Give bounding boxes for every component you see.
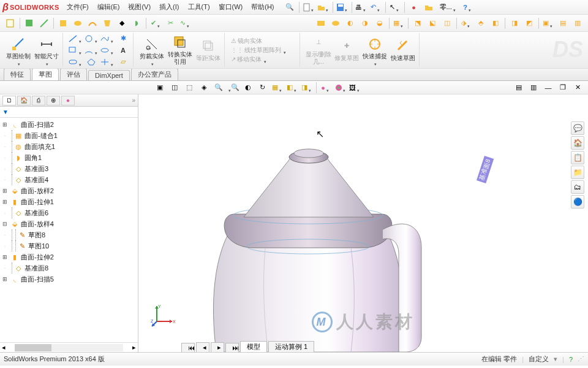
mirror-button[interactable]: ⚠镜向实体 — [230, 37, 297, 45]
win-restore[interactable]: ❐ — [556, 82, 570, 94]
spline-tool[interactable] — [100, 33, 115, 44]
view-zoomfit[interactable]: 🔍 — [227, 82, 240, 94]
arc-tool[interactable] — [84, 45, 99, 56]
tb-surf16[interactable]: ▤ — [556, 17, 570, 29]
tb-surf9[interactable]: ◫ — [440, 17, 454, 29]
status-custom[interactable]: 自定义 — [529, 355, 549, 364]
tb-surf2[interactable] — [329, 17, 342, 29]
menu-window[interactable]: 窗口(W) — [215, 1, 247, 13]
sketch-button[interactable]: 草图绘制 — [5, 34, 32, 67]
tree-item[interactable]: ·▦曲面-缝合1 — [0, 130, 138, 141]
plane-tool[interactable]: ▱ — [116, 56, 130, 67]
win-cascade[interactable]: ▥ — [527, 82, 540, 94]
view-appear2[interactable] — [334, 82, 347, 94]
tree-item[interactable]: ·◇基准面6 — [0, 207, 138, 218]
tb-surf6[interactable]: ▦ — [392, 17, 405, 29]
taskpane-btn-2[interactable]: 📋 — [571, 151, 584, 164]
view-zoom[interactable]: 🔍 — [212, 82, 225, 94]
tb-surf12[interactable]: ◧ — [489, 17, 502, 29]
view-hide[interactable]: ◨ — [300, 82, 314, 94]
tree-toggle[interactable]: · — [1, 265, 9, 271]
tb-cut2[interactable]: ✂ — [164, 17, 177, 29]
tree-hscroll[interactable]: ◂ ▸ — [0, 342, 138, 352]
view-normal[interactable]: ◈ — [197, 82, 211, 94]
tb-surf13[interactable]: ◨ — [508, 17, 521, 29]
menu-insert[interactable]: 插入(I) — [156, 1, 183, 13]
circle-tool[interactable] — [84, 33, 99, 44]
bt-first[interactable]: ⏮ — [181, 343, 195, 352]
repair-button[interactable]: ✚ 修复草图 — [333, 34, 360, 67]
rebuild-button[interactable]: ● — [407, 1, 421, 13]
trim-button[interactable]: 剪裁实体 — [138, 34, 165, 67]
taskpane-btn-5[interactable]: 🔵 — [571, 195, 584, 209]
tree-toggle[interactable]: · — [1, 177, 9, 183]
tb-sketch1[interactable] — [23, 17, 36, 29]
new-doc-button[interactable] — [302, 1, 315, 13]
smart-dim-button[interactable]: 智能尺寸 — [33, 34, 60, 67]
tree-toggle[interactable]: ⊞ — [1, 276, 9, 282]
tree-item[interactable]: ·◗圆角1 — [0, 152, 138, 163]
tree-toggle[interactable]: ⊞ — [1, 254, 9, 260]
component-button[interactable]: 零... — [437, 1, 460, 13]
move-button[interactable]: ↗移动实体 — [230, 55, 297, 64]
open-doc-button[interactable] — [317, 1, 330, 13]
help-button[interactable]: ? — [461, 1, 475, 13]
menu-file[interactable]: 文件(F) — [63, 1, 92, 13]
tree-toggle[interactable]: ⊞ — [1, 199, 9, 205]
taskpane-btn-4[interactable]: 🗂 — [571, 180, 584, 194]
view-scene[interactable]: 🖼 — [349, 82, 362, 94]
tree-toggle[interactable]: ⊞ — [1, 121, 9, 128]
tb-surf8[interactable]: ⬕ — [426, 17, 439, 29]
menu-view[interactable]: 视图(V) — [124, 1, 154, 13]
tree-item[interactable]: ·✎草图8 — [0, 229, 138, 240]
text-tool[interactable]: A — [116, 45, 130, 56]
view-orient[interactable]: ↻ — [256, 82, 270, 94]
tb-extrude[interactable] — [56, 17, 70, 29]
win-min[interactable]: — — [541, 82, 555, 94]
status-help-icon[interactable]: ? — [569, 356, 573, 363]
rapid-sketch-button[interactable]: 快速草图 — [390, 34, 417, 67]
panel-tab-config[interactable]: ⎙ — [32, 96, 45, 105]
viewport[interactable]: ↖ 基准面8 X Y Z M 人人素材 ⏮ ◂ ▸ ⏭ 模型 运动算例 1 — [138, 94, 588, 352]
tb-surf4[interactable]: ◑ — [358, 17, 372, 29]
view-iso[interactable]: ▣ — [153, 82, 167, 94]
view-section[interactable]: ◐ — [241, 82, 255, 94]
tree-toggle[interactable]: · — [1, 132, 9, 139]
tree-filter[interactable]: ▼ — [0, 107, 138, 118]
view-appear1[interactable]: ● — [319, 82, 333, 94]
tab-evaluate[interactable]: 评估 — [60, 68, 87, 80]
tree-item[interactable]: ⊟⬙曲面-放样4 — [0, 218, 138, 229]
tab-sketch[interactable]: 草图 — [32, 68, 59, 80]
tab-dimxpert[interactable]: DimXpert — [88, 70, 130, 80]
tree-item[interactable]: ·◍曲面填充1 — [0, 141, 138, 152]
tree-item[interactable]: ·◇基准面8 — [0, 263, 138, 274]
tb-sketch2[interactable] — [37, 17, 51, 29]
undo-button[interactable]: ↶ — [369, 1, 383, 13]
tree-toggle[interactable]: · — [1, 210, 9, 216]
bt-next[interactable]: ▸ — [211, 342, 224, 352]
triad-icon[interactable]: X Y Z — [151, 303, 175, 328]
menu-tools[interactable]: 工具(T) — [184, 1, 214, 13]
tb-surf3[interactable]: ◐ — [344, 17, 357, 29]
show-delete-button[interactable]: ⊥ 显示/删除几... — [305, 34, 332, 67]
tab-feature[interactable]: 特征 — [4, 68, 31, 80]
menu-edit[interactable]: 编辑(E) — [94, 1, 124, 13]
tree-item[interactable]: ⊞⬙曲面-放样2 — [0, 185, 138, 196]
search-icon[interactable]: 🔍 — [283, 1, 296, 13]
select-button[interactable]: ↖ — [388, 1, 402, 13]
tree-toggle[interactable]: · — [1, 155, 9, 161]
view-top[interactable]: ⬚ — [183, 82, 196, 94]
tree-item[interactable]: ·◇基准面3 — [0, 163, 138, 174]
tb-surf11[interactable]: ⬘ — [474, 17, 488, 29]
rect-tool[interactable] — [68, 45, 83, 56]
offset-button[interactable]: 等距实体 — [195, 34, 222, 67]
tb-cut1[interactable]: ✔ — [149, 17, 162, 29]
view-style[interactable]: ▦ — [271, 82, 284, 94]
tree-item[interactable]: ·◇基准面4 — [0, 174, 138, 185]
tree-toggle[interactable]: · — [1, 144, 9, 150]
bt-last[interactable]: ⏭ — [225, 343, 239, 352]
tree-item[interactable]: ⊞◟曲面-扫描5 — [0, 274, 138, 285]
tb-pattern[interactable]: ∿ — [178, 17, 192, 29]
tb-surf14[interactable]: ◩ — [522, 17, 536, 29]
panel-tab-dim[interactable]: ⊕ — [47, 96, 60, 105]
